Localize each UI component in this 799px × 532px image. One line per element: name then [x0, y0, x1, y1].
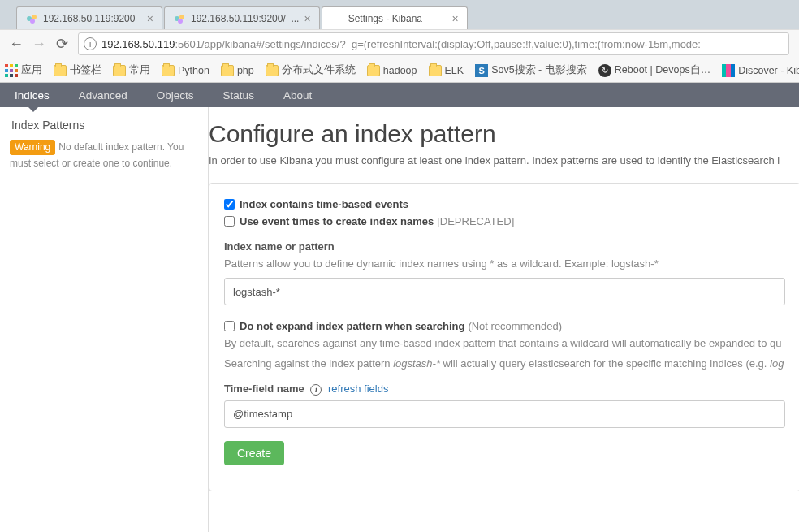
- sov5-icon: S: [475, 64, 488, 77]
- sidebar-heading: Index Patterns: [0, 119, 208, 140]
- folder-icon: [221, 65, 234, 76]
- index-pattern-input[interactable]: [224, 278, 785, 305]
- close-icon[interactable]: ×: [147, 12, 153, 25]
- tab-favicon: [173, 12, 186, 25]
- bookmark-label: php: [237, 65, 254, 76]
- bookmark-link[interactable]: ↻Reboot | Devops自…: [598, 63, 710, 77]
- checkbox-label: Use event times to create index names: [240, 215, 434, 227]
- settings-nav: Indices Advanced Objects Status About: [0, 83, 799, 107]
- bookmark-label: hadoop: [383, 65, 417, 76]
- checkbox-time-based[interactable]: [224, 199, 235, 210]
- folder-icon: [162, 65, 175, 76]
- expand-help-1: By default, searches against any time-ba…: [224, 337, 785, 349]
- nav-tab-objects[interactable]: Objects: [142, 83, 209, 107]
- browser-tab-0[interactable]: 192.168.50.119:9200 ×: [16, 6, 162, 29]
- bookmark-folder[interactable]: php: [221, 65, 254, 76]
- url-input[interactable]: i 192.168.50.119:5601/app/kibana#/settin…: [78, 32, 789, 55]
- bookmark-label: Sov5搜索 - 电影搜索: [491, 63, 587, 77]
- reload-button[interactable]: ⟳: [50, 32, 73, 55]
- warning-badge: Warning: [10, 140, 55, 155]
- bookmark-label: 书签栏: [70, 63, 101, 77]
- checkbox-event-times[interactable]: [224, 216, 235, 227]
- main-content: Configure an index pattern In order to u…: [209, 107, 799, 532]
- not-recommended-label: (Not recommended): [468, 320, 562, 332]
- bookmark-label: 应用: [21, 63, 42, 77]
- time-field-select[interactable]: [224, 400, 785, 428]
- page-title: Configure an index pattern: [209, 120, 799, 154]
- sidebar-warning: WarningNo default index pattern. You mus…: [0, 140, 208, 171]
- tab-title: 192.168.50.119:9200: [43, 13, 142, 24]
- svg-point-5: [178, 19, 183, 24]
- create-button[interactable]: Create: [224, 441, 284, 465]
- url-path: :5601/app/kibana#/settings/indices/?_g=(…: [175, 38, 701, 50]
- bookmark-folder[interactable]: hadoop: [367, 65, 417, 76]
- bookmark-label: 分布式文件系统: [282, 63, 356, 77]
- deprecated-label: [DEPRECATED]: [437, 215, 514, 227]
- bookmark-folder[interactable]: 分布式文件系统: [266, 63, 356, 77]
- bookmarks-bar: 应用 书签栏 常用 Python php 分布式文件系统 hadoop ELK …: [0, 58, 799, 83]
- bookmark-link[interactable]: Discover - Kiba: [722, 64, 799, 77]
- bookmark-label: Discover - Kiba: [738, 65, 799, 76]
- back-button[interactable]: ←: [5, 32, 28, 55]
- nav-tab-status[interactable]: Status: [209, 83, 269, 107]
- folder-icon: [266, 65, 279, 76]
- forward-button[interactable]: →: [28, 32, 50, 55]
- folder-icon: [54, 65, 67, 76]
- nav-tab-advanced[interactable]: Advanced: [64, 83, 142, 107]
- kibana-icon: [722, 64, 735, 77]
- browser-tab-1[interactable]: 192.168.50.119:9200/_... ×: [164, 6, 320, 29]
- checkbox-label: Do not expand index pattern when searchi…: [240, 320, 464, 332]
- bookmark-folder[interactable]: 书签栏: [54, 63, 101, 77]
- folder-icon: [113, 65, 126, 76]
- bookmark-folder[interactable]: Python: [162, 65, 209, 76]
- kibana-icon: [330, 12, 343, 25]
- index-pattern-help: Patterns allow you to define dynamic ind…: [224, 257, 785, 270]
- info-icon[interactable]: i: [310, 384, 322, 396]
- url-host: 192.168.50.119: [101, 38, 175, 50]
- nav-tab-about[interactable]: About: [269, 83, 326, 107]
- close-icon[interactable]: ×: [451, 12, 458, 25]
- folder-icon: [429, 65, 442, 76]
- bookmark-label: 常用: [129, 63, 150, 77]
- bookmark-folder[interactable]: 常用: [113, 63, 150, 77]
- active-tab-pointer: [28, 106, 39, 112]
- close-icon[interactable]: ×: [304, 12, 310, 25]
- svg-point-2: [30, 19, 35, 24]
- checkbox-no-expand[interactable]: [224, 321, 235, 331]
- bookmark-label: Reboot | Devops自…: [615, 63, 710, 77]
- time-field-label: Time-field name i refresh fields: [224, 383, 785, 396]
- expand-help-2: Searching against the index pattern logs…: [224, 357, 785, 370]
- checkbox-label: Index contains time-based events: [240, 198, 408, 210]
- form-panel: Index contains time-based events Use eve…: [209, 183, 799, 491]
- apps-button[interactable]: 应用: [5, 63, 42, 77]
- browser-tabstrip: 192.168.50.119:9200 × 192.168.50.119:920…: [0, 0, 799, 29]
- sidebar: Index Patterns WarningNo default index p…: [0, 107, 209, 532]
- index-pattern-label: Index name or pattern: [224, 240, 785, 253]
- site-info-icon[interactable]: i: [84, 37, 97, 50]
- browser-addressbar: ← → ⟳ i 192.168.50.119:5601/app/kibana#/…: [0, 29, 799, 58]
- bookmark-folder[interactable]: ELK: [429, 65, 464, 76]
- tab-title: 192.168.50.119:9200/_...: [191, 13, 299, 24]
- tab-title: Settings - Kibana: [348, 13, 447, 24]
- refresh-fields-link[interactable]: refresh fields: [328, 383, 388, 395]
- reboot-icon: ↻: [598, 64, 611, 77]
- apps-icon: [5, 64, 18, 77]
- folder-icon: [367, 65, 380, 76]
- bookmark-link[interactable]: SSov5搜索 - 电影搜索: [475, 63, 587, 77]
- bookmark-label: ELK: [445, 65, 464, 76]
- bookmark-label: Python: [178, 65, 209, 76]
- nav-tab-indices[interactable]: Indices: [0, 83, 64, 107]
- tab-favicon: [25, 12, 38, 25]
- page-subtitle: In order to use Kibana you must configur…: [209, 154, 799, 167]
- browser-tab-2[interactable]: Settings - Kibana ×: [322, 6, 468, 29]
